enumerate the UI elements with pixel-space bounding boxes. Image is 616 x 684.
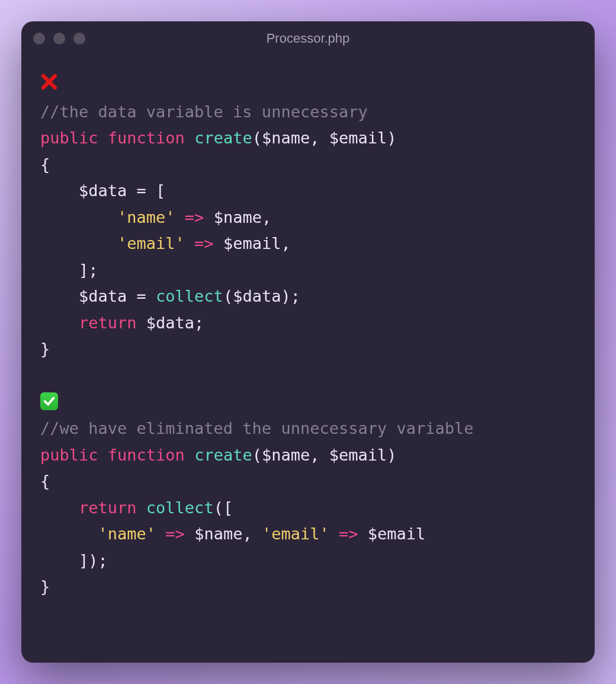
titlebar: Processor.php [21, 21, 595, 56]
code-line: $data = [ [40, 181, 165, 200]
keyword-public: public [40, 446, 98, 464]
arrow-op: => [339, 525, 358, 543]
brace: } [40, 577, 50, 596]
zoom-dot[interactable] [73, 33, 85, 44]
keyword-return: return [79, 314, 137, 332]
code-text: $data = [40, 287, 156, 305]
code-area: //the data variable is unnecessary publi… [21, 56, 595, 663]
code-line: ]); [40, 551, 108, 570]
minimize-dot[interactable] [53, 33, 65, 44]
fn-name: create [194, 446, 252, 464]
brace: { [40, 472, 50, 490]
keyword-function: function [108, 446, 185, 464]
string: 'name' [117, 208, 175, 226]
code-comment: //the data variable is unnecessary [40, 103, 368, 121]
arrow-op: => [185, 208, 204, 226]
window-title: Processor.php [21, 31, 595, 46]
fn-call: collect [156, 287, 223, 305]
code-comment: //we have eliminated the unnecessary var… [40, 419, 474, 437]
fn-name: create [194, 129, 252, 147]
close-dot[interactable] [33, 33, 45, 44]
code-text: $data; [137, 314, 204, 332]
editor-window: Processor.php //the data variable is unn… [21, 21, 595, 663]
brace: { [40, 155, 50, 174]
code-text: ($data); [223, 287, 300, 305]
brace: } [40, 340, 50, 358]
code-text: $email, [214, 234, 291, 252]
space [137, 498, 146, 517]
code-line: ]; [40, 261, 98, 279]
keyword-return: return [79, 498, 137, 517]
keyword-function: function [108, 129, 185, 147]
string: 'name' [98, 525, 156, 543]
arrow-op: => [165, 525, 185, 543]
arrow-op: => [194, 234, 214, 252]
code-text: $name, [185, 525, 262, 543]
fn-call: collect [146, 498, 214, 517]
code-text: $email [358, 525, 426, 543]
check-icon [40, 392, 58, 410]
cross-icon [40, 73, 58, 94]
string: 'email' [262, 525, 329, 543]
traffic-lights [33, 33, 85, 44]
fn-args: ($name, $email) [252, 446, 397, 464]
string: 'email' [117, 234, 185, 252]
keyword-public: public [40, 129, 98, 147]
code-text: $name, [204, 208, 271, 226]
code-text: ([ [214, 498, 233, 517]
fn-args: ($name, $email) [252, 129, 397, 147]
